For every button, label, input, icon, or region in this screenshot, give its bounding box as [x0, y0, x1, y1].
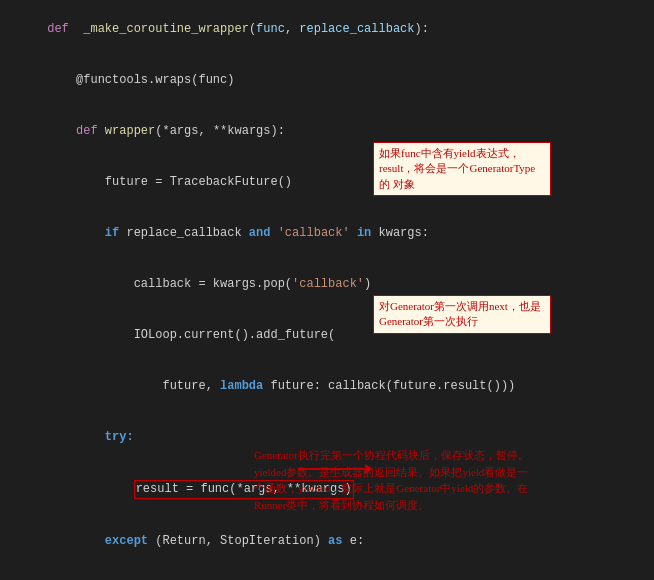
code-line-1: def _make_coroutine_wrapper(func, replac…	[0, 4, 654, 55]
code-line-3: def wrapper(*args, **kwargs):	[0, 106, 654, 157]
code-line-9: try:	[0, 412, 654, 463]
code-line-4: future = TracebackFuture()	[0, 157, 654, 208]
code-line-7: IOLoop.current().add_future(	[0, 310, 654, 361]
code-line-12: result = getattr(e, 'value', None)	[0, 567, 654, 580]
code-line-10: result = func(*args, **kwargs)	[0, 463, 654, 516]
code-container: def _make_coroutine_wrapper(func, replac…	[0, 0, 654, 580]
code-line-6: callback = kwargs.pop('callback')	[0, 259, 654, 310]
code-line-5: if replace_callback and 'callback' in kw…	[0, 208, 654, 259]
code-line-2: @functools.wraps(func)	[0, 55, 654, 106]
code-line-8: future, lambda future: callback(future.r…	[0, 361, 654, 412]
code-line-11: except (Return, StopIteration) as e:	[0, 516, 654, 567]
